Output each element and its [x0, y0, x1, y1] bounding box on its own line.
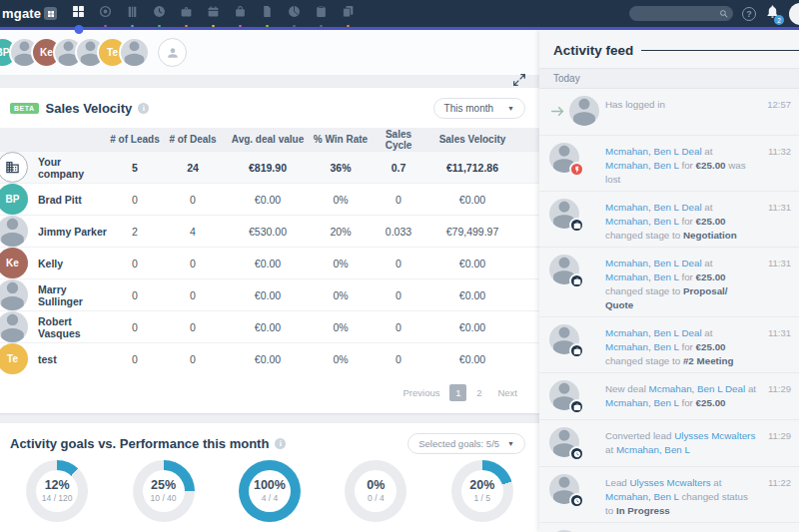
table-cell: 0: [110, 258, 160, 269]
briefcase-badge-icon: [569, 343, 584, 358]
person-photo-icon: [0, 216, 28, 247]
user-avatar[interactable]: [789, 3, 799, 25]
feed-item[interactable]: Lead Ulysses Mcwalters at Mcmahan, Ben L…: [539, 467, 799, 523]
nav-item-activities[interactable]: [146, 0, 173, 27]
feed-bold-text: #2 Meeting: [683, 355, 734, 366]
feed-item-text: Mcmahan, Ben L Deal at Mcmahan, Ben L fo…: [605, 255, 763, 312]
feed-text-segment: New deal: [605, 383, 649, 394]
global-search-input[interactable]: [629, 6, 733, 21]
feed-item[interactable]: Has logged in 12:57: [539, 89, 799, 136]
activity-feed-panel: Activity feed Today Has logged in 12:57 …: [539, 30, 799, 532]
nav-item-dashboard[interactable]: [65, 0, 92, 27]
next-page-button[interactable]: Next: [491, 384, 523, 401]
goal-new-accounts: 20% 1 / 5 New Accounts: [429, 460, 535, 532]
table-cell: €0.00: [425, 258, 519, 269]
app-logo[interactable]: mgate: [0, 6, 57, 21]
chevron-down-icon: ▼: [507, 105, 514, 112]
feed-item-text: Lead Ulysses Mcwalters at Mcmahan, Ben L…: [605, 474, 763, 518]
feed-link[interactable]: Ulysses Mcwalters: [630, 477, 711, 488]
goal-fraction: 10 / 40: [151, 493, 177, 503]
table-cell: €0.00: [425, 289, 519, 301]
feed-avatar: [549, 324, 579, 354]
feed-text-segment: at: [702, 202, 713, 213]
feed-avatar: [549, 427, 579, 457]
logo-badge-icon: [44, 7, 57, 20]
bag-icon: [234, 4, 247, 22]
feed-link[interactable]: Mcmahan, Ben L Deal: [649, 383, 746, 394]
selected-goals-dropdown[interactable]: Selected goals: 5/5 ▼: [407, 433, 525, 454]
nav-item-tasks[interactable]: [308, 0, 335, 27]
previous-page-button[interactable]: Previous: [397, 384, 445, 401]
nav-item-deals[interactable]: [173, 0, 200, 27]
team-member-avatar[interactable]: [119, 37, 150, 68]
table-row[interactable]: Marry Sullinger 00€0.000%0€0.00: [0, 278, 539, 310]
feed-item[interactable]: Mcmahan, Ben L Deal at Mcmahan, Ben L fo…: [539, 192, 799, 248]
goal-fraction: 14 / 120: [42, 493, 73, 503]
table-cell: €0.00: [425, 353, 519, 365]
feed-link[interactable]: Mcmahan, Ben L: [605, 271, 679, 282]
period-selector-dropdown[interactable]: This month ▼: [433, 98, 525, 119]
info-icon[interactable]: i: [138, 103, 149, 114]
table-cell: 0%: [310, 321, 372, 333]
add-team-member-button[interactable]: [158, 38, 187, 67]
feed-link[interactable]: Mcmahan, Ben L: [605, 160, 679, 171]
feed-link[interactable]: Mcmahan, Ben L Deal: [605, 327, 702, 338]
feed-item[interactable]: New deal Mcmahan, Ben L Deal at Mcmahan,…: [539, 373, 799, 420]
page-button-2[interactable]: 2: [470, 384, 487, 401]
table-row[interactable]: Tetest 00€0.000%0€0.00: [0, 342, 539, 374]
feed-item-time: 11:31: [763, 324, 793, 368]
feed-link[interactable]: Mcmahan, Ben L: [605, 341, 679, 352]
nav-item-documents[interactable]: [254, 0, 281, 27]
feed-link[interactable]: Mcmahan, Ben L Deal: [605, 258, 702, 268]
beta-badge: BETA: [10, 103, 39, 114]
person-add-icon: [166, 46, 180, 60]
feed-link[interactable]: Mcmahan, Ben L Deal: [605, 146, 702, 157]
table-cell: €819.90: [226, 162, 310, 174]
bolt-badge-icon: [569, 162, 584, 177]
column-header: % Win Rate: [310, 134, 372, 145]
notifications-button[interactable]: 2: [765, 4, 780, 23]
nav-item-goals[interactable]: [92, 0, 119, 27]
table-cell: 20%: [310, 226, 372, 238]
nav-item-products[interactable]: [227, 0, 254, 27]
feed-item[interactable]: Converted lead Ulysses Mcwalters at Mcma…: [539, 420, 799, 467]
feed-link[interactable]: Mcmahan, Ben L: [605, 491, 679, 502]
navbar-accent-line: [0, 27, 799, 30]
nav-item-calendar[interactable]: [200, 0, 227, 27]
feed-link[interactable]: Mcmahan, Ben L Deal: [605, 202, 702, 213]
goal-fraction: 1 / 5: [473, 493, 490, 503]
nav-item-companies[interactable]: [119, 0, 146, 27]
table-cell: 0%: [310, 194, 372, 206]
app-window: mgate: [0, 0, 799, 532]
feed-item[interactable]: Mcmahan, Ben L Deal at Mcmahan, Ben L fo…: [539, 248, 799, 317]
feed-avatar: [549, 474, 579, 504]
feed-link[interactable]: Mcmahan, Ben L: [605, 216, 679, 227]
feed-title-rule: [641, 50, 799, 52]
feed-text-segment: at: [745, 383, 756, 394]
table-row[interactable]: BPBrad Pitt 00€0.000%0€0.00: [0, 183, 539, 215]
info-icon[interactable]: i: [275, 438, 286, 449]
page-button-1[interactable]: 1: [449, 384, 466, 401]
top-navbar: mgate: [0, 0, 799, 27]
table-row[interactable]: Robert Vasques 00€0.000%0€0.00: [0, 310, 539, 342]
feed-item[interactable]: Lead Ulysses Mcwalters at Mcmahan, Ben L…: [539, 523, 799, 532]
expand-feed-button[interactable]: [511, 72, 529, 90]
table-row[interactable]: Jimmy Parker 24€530.0020%0.033€79,499.97: [0, 215, 539, 247]
table-cell: 0: [110, 289, 160, 301]
user-initials-avatar: Te: [0, 343, 28, 374]
table-row[interactable]: Your company 524€819.9036%0.7€11,712.86: [0, 151, 539, 183]
table-row[interactable]: KeKelly 00€0.000%0€0.00: [0, 247, 539, 278]
feed-link[interactable]: Mcmahan, Ben L: [616, 444, 690, 455]
nav-item-insights[interactable]: [281, 0, 308, 27]
nav-item-reports[interactable]: [335, 0, 362, 27]
feed-link[interactable]: Mcmahan, Ben L: [605, 397, 679, 408]
feed-item[interactable]: Mcmahan, Ben L Deal at Mcmahan, Ben L fo…: [539, 317, 799, 373]
feed-text-segment: at: [702, 146, 713, 157]
feed-item-text: Mcmahan, Ben L Deal at Mcmahan, Ben L fo…: [605, 324, 763, 368]
goal-donut-chart: 12% 14 / 120: [26, 460, 88, 522]
feed-item[interactable]: Mcmahan, Ben L Deal at Mcmahan, Ben L fo…: [539, 136, 799, 192]
feed-item-time: 11:29: [763, 427, 793, 462]
target-icon: [99, 4, 112, 22]
help-icon[interactable]: ?: [742, 7, 756, 21]
feed-link[interactable]: Ulysses Mcwalters: [674, 430, 755, 441]
